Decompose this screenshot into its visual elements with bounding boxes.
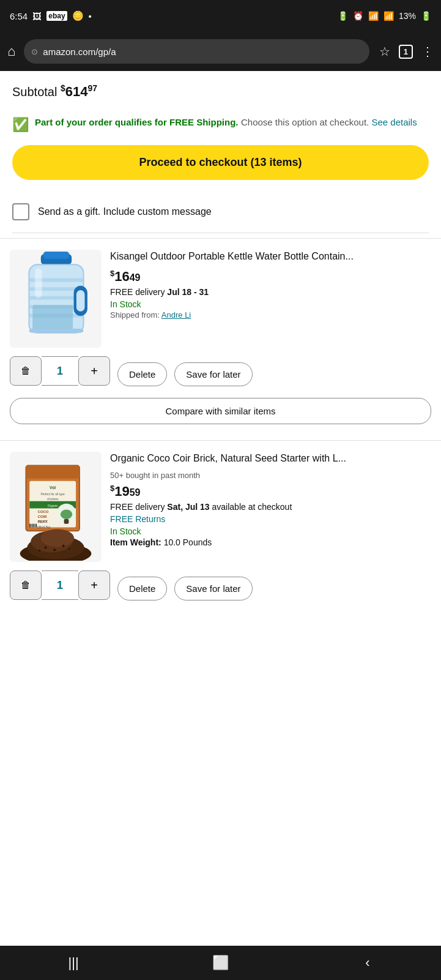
qty-value-1: 1 [42, 356, 78, 386]
price-dollars-1: 16 [114, 269, 129, 284]
security-icon: ⊙ [31, 47, 38, 56]
status-bar: 6:54 🖼 ebay 🪙 • 🔋 ⏰ 📶 📶 13% 🔋 [0, 0, 441, 32]
svg-rect-10 [32, 305, 73, 331]
nav-home-btn[interactable]: ⬜ [202, 951, 239, 975]
svg-text:10lb/4.5kg: 10lb/4.5kg [36, 525, 50, 528]
nav-recent-apps-btn[interactable]: ||| [55, 951, 92, 975]
svg-rect-32 [32, 524, 34, 528]
svg-rect-31 [31, 524, 32, 528]
subtotal-cents: 97 [87, 83, 97, 93]
checkout-section: Proceed to checkout (13 items) [0, 143, 441, 192]
bookmark-icon[interactable]: ☆ [379, 44, 390, 59]
subtotal-dollars: 614 [65, 84, 88, 99]
section-divider [12, 233, 429, 233]
item-weight-2: Item Weight: 10.0 Pounds [110, 537, 431, 547]
svg-text:Vol: Vol [50, 485, 56, 490]
bottom-nav: ||| ⬜ ‹ [0, 946, 441, 980]
svg-point-42 [68, 548, 70, 550]
svg-point-39 [44, 546, 46, 548]
gift-label: Send as a gift. Include custom message [38, 206, 212, 217]
signal-icon: 📶 [384, 11, 394, 21]
delivery-text-1: FREE delivery Jul 18 - 31 [110, 287, 431, 297]
free-returns-2: FREE Returns [110, 514, 431, 524]
product-title-2[interactable]: Organic Coco Coir Brick, Natural Seed St… [110, 452, 431, 465]
shipping-notice: ✅ Part of your order qualifies for FREE … [0, 110, 441, 143]
subtotal-amount: $61497 [61, 84, 97, 99]
photo-icon: 🖼 [32, 11, 42, 21]
time-display: 6:54 [10, 11, 28, 21]
product-price-2: $1959 [110, 484, 431, 499]
subtotal-section: Subtotal $61497 [0, 71, 441, 110]
shipping-sub-text: Choose this option at checkout. See deta… [241, 117, 417, 127]
in-stock-2: In Stock [110, 526, 431, 536]
svg-rect-1 [43, 252, 70, 259]
page-content: Subtotal $61497 ✅ Part of your order qua… [0, 71, 441, 946]
battery-percent: 13% [399, 11, 416, 21]
shipping-main-text: Part of your order qualifies for FREE Sh… [35, 117, 239, 127]
save-later-btn-1[interactable]: Save for later [174, 362, 252, 386]
svg-point-43 [39, 550, 40, 552]
tab-count[interactable]: 1 [399, 45, 413, 59]
ebay-icon: ebay [46, 11, 67, 21]
delete-btn-2[interactable]: Delete [117, 577, 167, 600]
qty-controls-1: 🗑 1 + [10, 356, 110, 386]
shipped-from-link-1[interactable]: Andre Li [161, 310, 191, 320]
delete-icon-btn-1[interactable]: 🗑 [10, 356, 42, 386]
more-icon[interactable]: ⋮ [421, 44, 434, 59]
svg-rect-12 [29, 329, 83, 333]
product-title-1[interactable]: Kisangel Outdoor Portable Kettle Water B… [110, 250, 431, 263]
svg-rect-11 [35, 268, 42, 297]
delete-btn-1[interactable]: Delete [117, 362, 167, 386]
gift-section: Send as a gift. Include custom message [0, 192, 441, 231]
svg-rect-9 [76, 290, 85, 312]
nav-back-btn[interactable]: ‹ [349, 951, 386, 975]
qty-action-row-2: 🗑 1 + Delete Save for later [10, 570, 431, 606]
product-image-water-bottle[interactable] [10, 250, 102, 348]
svg-rect-27 [64, 519, 69, 524]
product-card: Kisangel Outdoor Portable Kettle Water B… [0, 238, 441, 435]
nav-bar: ⌂ ⊙ amazon.com/gp/a ☆ 1 ⋮ [0, 32, 441, 71]
product-card-2: Vol Perfect for all type of plants Organ… [0, 440, 441, 623]
qty-value-2: 1 [42, 570, 78, 600]
see-details-link[interactable]: See details [371, 117, 417, 127]
svg-text:Organic: Organic [47, 504, 58, 507]
shipping-text-block: Part of your order qualifies for FREE Sh… [35, 116, 417, 130]
checkout-button[interactable]: Proceed to checkout (13 items) [12, 145, 429, 180]
svg-rect-33 [34, 524, 35, 528]
home-icon[interactable]: ⌂ [7, 43, 15, 59]
nav-actions: ☆ 1 ⋮ [379, 44, 434, 59]
dot-indicator: • [89, 11, 92, 21]
subtotal-label: Subtotal $61497 [12, 83, 429, 100]
qty-plus-btn-2[interactable]: + [78, 570, 110, 600]
product-top: Kisangel Outdoor Portable Kettle Water B… [10, 250, 431, 348]
price-cents-2: 59 [130, 487, 141, 498]
qty-plus-btn-1[interactable]: + [78, 356, 110, 386]
battery-charging-icon: 🔋 [338, 11, 348, 21]
delete-icon-btn-2[interactable]: 🗑 [10, 570, 42, 600]
svg-rect-30 [29, 524, 31, 528]
price-cents-1: 49 [130, 272, 141, 283]
check-circle-icon: ✅ [12, 117, 29, 133]
product-image-container-2[interactable]: Vol Perfect for all type of plants Organ… [10, 452, 102, 562]
alarm-icon: ⏰ [353, 11, 363, 21]
product-top-2: Vol Perfect for all type of plants Organ… [10, 452, 431, 562]
product-info-1: Kisangel Outdoor Portable Kettle Water B… [110, 250, 431, 348]
product-image-coco-coir[interactable]: Vol Perfect for all type of plants Organ… [10, 452, 102, 562]
battery-icon: 🔋 [421, 11, 431, 21]
product-image-container[interactable] [10, 250, 102, 348]
product-info-2: Organic Coco Coir Brick, Natural Seed St… [110, 452, 431, 562]
bought-badge-2: 50+ bought in past month [110, 471, 431, 480]
svg-text:BLOCK: BLOCK [37, 520, 48, 523]
save-later-btn-2[interactable]: Save for later [174, 577, 252, 600]
svg-text:COIR: COIR [37, 515, 46, 518]
in-stock-1: In Stock [110, 299, 431, 309]
svg-point-40 [62, 545, 64, 547]
svg-text:COCO: COCO [37, 510, 48, 514]
url-bar[interactable]: ⊙ amazon.com/gp/a [24, 39, 369, 64]
wifi-icon: 📶 [368, 11, 379, 21]
compare-btn-1[interactable]: Compare with similar items [10, 398, 431, 424]
gift-checkbox[interactable] [12, 203, 29, 220]
svg-point-41 [53, 548, 56, 551]
shipped-from-1: Shipped from: Andre Li [110, 310, 431, 320]
svg-point-28 [60, 509, 72, 519]
